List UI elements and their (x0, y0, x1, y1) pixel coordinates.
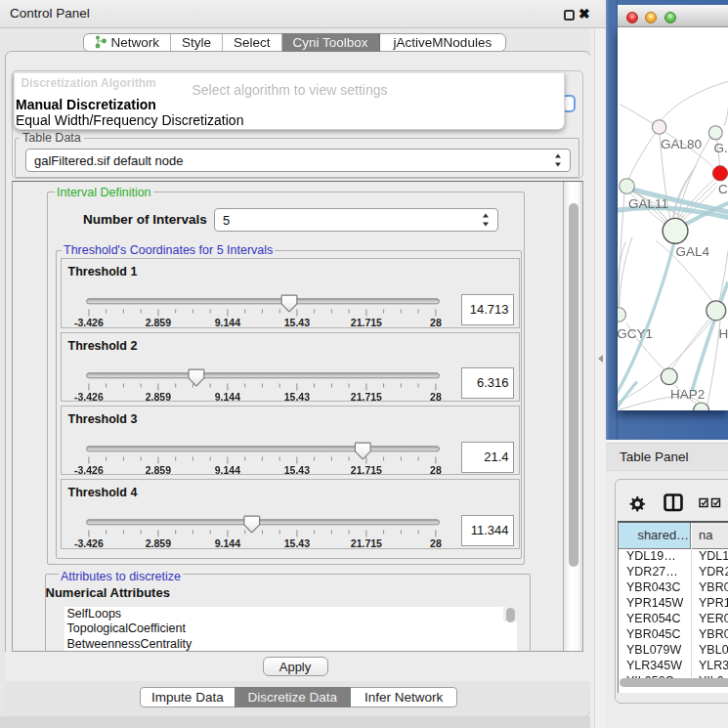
svg-text:HAP2: HAP2 (670, 386, 705, 401)
svg-text:GCY1: GCY1 (618, 326, 653, 341)
svg-text:H: H (719, 325, 728, 340)
svg-text:GAL80: GAL80 (661, 137, 702, 151)
svg-text:G.: G. (714, 141, 728, 155)
svg-text:C: C (718, 181, 728, 195)
svg-text:GAL11: GAL11 (628, 195, 668, 210)
svg-text:GAL4: GAL4 (676, 244, 710, 259)
